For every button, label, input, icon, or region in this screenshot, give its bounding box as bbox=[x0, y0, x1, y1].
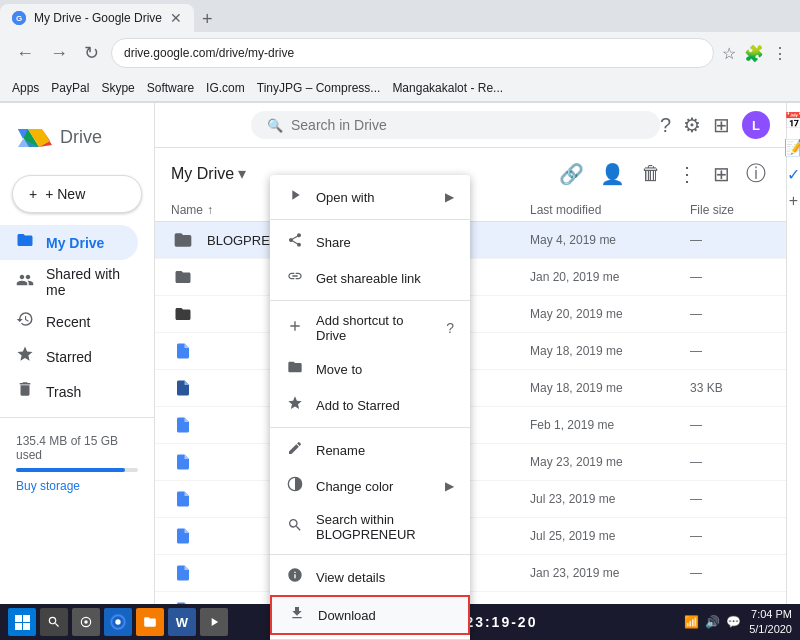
sidebar-item-label: Trash bbox=[46, 384, 81, 400]
bookmark-tinyjpg[interactable]: TinyJPG – Compress... bbox=[257, 81, 381, 95]
search-within-icon bbox=[286, 517, 304, 537]
bookmark-igcom[interactable]: IG.com bbox=[206, 81, 245, 95]
active-tab[interactable]: G My Drive - Google Drive ✕ bbox=[0, 4, 194, 32]
bookmark-icon[interactable]: ☆ bbox=[722, 44, 736, 63]
panel-calendar-icon[interactable]: 📅 bbox=[784, 111, 801, 130]
file-type-icon bbox=[171, 450, 195, 474]
breadcrumb-chevron-icon[interactable]: ▾ bbox=[238, 164, 246, 183]
starred-menu-icon bbox=[286, 395, 304, 415]
table-row[interactable]: Feb 1, 2019 me — bbox=[155, 407, 786, 444]
table-row[interactable]: May 23, 2019 me — bbox=[155, 444, 786, 481]
bookmark-paypal[interactable]: PayPal bbox=[51, 81, 89, 95]
sidebar-divider bbox=[0, 417, 154, 418]
panel-note-icon[interactable]: 📝 bbox=[784, 138, 801, 157]
taskbar-cortana-icon[interactable] bbox=[72, 608, 100, 636]
bookmarks-bar: Apps PayPal Skype Software IG.com TinyJP… bbox=[0, 74, 800, 102]
notification-icon[interactable]: 💬 bbox=[726, 615, 741, 629]
taskbar-chrome-icon[interactable] bbox=[104, 608, 132, 636]
taskbar-folder-icon[interactable] bbox=[136, 608, 164, 636]
bookmark-mangakalot[interactable]: Mangakakalot - Re... bbox=[392, 81, 503, 95]
link-toolbar-icon[interactable]: 🔗 bbox=[555, 158, 588, 190]
table-row[interactable]: May 18, 2019 me 33 KB bbox=[155, 370, 786, 407]
taskbar-search-icon[interactable] bbox=[40, 608, 68, 636]
network-icon[interactable]: 📶 bbox=[684, 615, 699, 629]
info-toolbar-icon[interactable]: ⓘ bbox=[742, 156, 770, 191]
extension-icon[interactable]: 🧩 bbox=[744, 44, 764, 63]
settings-icon[interactable]: ⚙ bbox=[683, 113, 701, 137]
speaker-icon[interactable]: 🔊 bbox=[705, 615, 720, 629]
panel-check-icon[interactable]: ✓ bbox=[787, 165, 800, 184]
search-input[interactable] bbox=[291, 117, 644, 133]
refresh-button[interactable]: ↻ bbox=[80, 38, 103, 68]
context-menu-move-to[interactable]: Move to bbox=[270, 351, 470, 387]
drive-search[interactable]: 🔍 bbox=[251, 111, 660, 139]
move-to-label: Move to bbox=[316, 362, 454, 377]
tab-close-button[interactable]: ✕ bbox=[170, 10, 182, 26]
file-type-icon bbox=[171, 228, 195, 252]
apps-grid-icon[interactable]: ⊞ bbox=[713, 113, 730, 137]
table-row[interactable]: May 20, 2019 me — bbox=[155, 296, 786, 333]
download-label: Download bbox=[318, 608, 452, 623]
panel-add-icon[interactable]: + bbox=[789, 192, 798, 210]
svg-rect-8 bbox=[15, 615, 22, 622]
user-avatar[interactable]: L bbox=[742, 111, 770, 139]
add-person-icon[interactable]: 👤 bbox=[596, 158, 629, 190]
file-size: — bbox=[690, 344, 770, 358]
sidebar-item-label: My Drive bbox=[46, 235, 104, 251]
address-bar[interactable]: drive.google.com/drive/my-drive bbox=[111, 38, 714, 68]
col-header-size[interactable]: File size bbox=[690, 203, 770, 217]
context-menu-get-link[interactable]: Get shareable link bbox=[270, 260, 470, 296]
context-menu-download[interactable]: Download bbox=[270, 595, 470, 635]
context-menu-add-shortcut[interactable]: Add shortcut to Drive ? bbox=[270, 305, 470, 351]
context-menu-search-within[interactable]: Search within BLOGPRENEUR bbox=[270, 504, 470, 550]
rename-label: Rename bbox=[316, 443, 454, 458]
open-with-label: Open with bbox=[316, 190, 433, 205]
context-menu-view-details[interactable]: View details bbox=[270, 559, 470, 595]
menu-icon[interactable]: ⋮ bbox=[772, 44, 788, 63]
bookmark-apps[interactable]: Apps bbox=[12, 81, 39, 95]
sidebar-item-my-drive[interactable]: My Drive bbox=[0, 225, 138, 260]
move-to-icon bbox=[286, 359, 304, 379]
grid-view-icon[interactable]: ⊞ bbox=[709, 158, 734, 190]
table-row[interactable]: Jul 25, 2019 me — bbox=[155, 518, 786, 555]
start-button[interactable] bbox=[8, 608, 36, 636]
buy-storage-link[interactable]: Buy storage bbox=[16, 479, 80, 493]
more-toolbar-icon[interactable]: ⋮ bbox=[673, 158, 701, 190]
drive-logo-text: Drive bbox=[60, 127, 102, 148]
taskbar-media-icon[interactable] bbox=[200, 608, 228, 636]
menu-divider bbox=[270, 427, 470, 428]
help-icon[interactable]: ? bbox=[660, 114, 671, 137]
sidebar-item-starred[interactable]: Starred bbox=[0, 339, 138, 374]
sidebar-item-recent[interactable]: Recent bbox=[0, 304, 138, 339]
view-details-icon bbox=[286, 567, 304, 587]
file-size: — bbox=[690, 270, 770, 284]
table-row[interactable]: BLOGPRENEUR me May 4, 2019 me — bbox=[155, 222, 786, 259]
file-modified: May 23, 2019 me bbox=[530, 455, 690, 469]
sidebar-item-label: Recent bbox=[46, 314, 90, 330]
bookmark-software[interactable]: Software bbox=[147, 81, 194, 95]
table-row[interactable]: Jul 23, 2019 me — bbox=[155, 481, 786, 518]
col-header-modified[interactable]: Last modified bbox=[530, 203, 690, 217]
context-menu-rename[interactable]: Rename bbox=[270, 432, 470, 468]
taskbar-word-icon[interactable]: W bbox=[168, 608, 196, 636]
sidebar-item-shared[interactable]: Shared with me bbox=[0, 260, 138, 304]
link-icon bbox=[286, 268, 304, 288]
table-row[interactable]: May 18, 2019 me — bbox=[155, 333, 786, 370]
change-color-label: Change color bbox=[316, 479, 433, 494]
context-menu-share[interactable]: Share bbox=[270, 224, 470, 260]
taskbar-left: W bbox=[8, 608, 228, 636]
context-menu-add-starred[interactable]: Add to Starred bbox=[270, 387, 470, 423]
context-menu-open-with[interactable]: Open with ▶ bbox=[270, 179, 470, 215]
new-button[interactable]: + + New bbox=[12, 175, 142, 213]
trash-toolbar-icon[interactable]: 🗑 bbox=[637, 158, 665, 189]
bookmark-skype[interactable]: Skype bbox=[101, 81, 134, 95]
context-menu-change-color[interactable]: Change color ▶ bbox=[270, 468, 470, 504]
help-circle-icon: ? bbox=[446, 320, 454, 336]
file-type-icon bbox=[171, 339, 195, 363]
table-row[interactable]: Jan 23, 2019 me — bbox=[155, 555, 786, 592]
table-row[interactable]: Jan 20, 2019 me — bbox=[155, 259, 786, 296]
sidebar-item-trash[interactable]: Trash bbox=[0, 374, 138, 409]
back-button[interactable]: ← bbox=[12, 39, 38, 68]
forward-button[interactable]: → bbox=[46, 39, 72, 68]
new-tab-button[interactable]: + bbox=[194, 7, 221, 32]
